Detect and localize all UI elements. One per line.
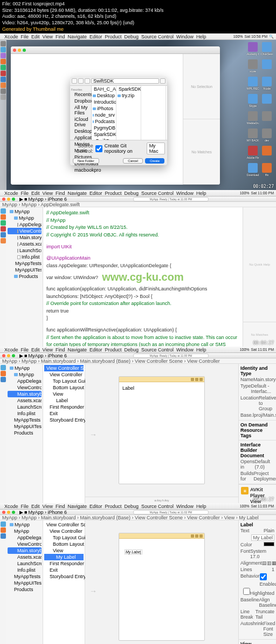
outline-item[interactable]: Bottom Layout Guide [44,384,84,391]
desktop-item[interactable]: Xcode [261,77,273,92]
zoom-icon[interactable] [12,511,15,514]
nav-file[interactable]: ViewController.swift [8,384,42,391]
desktop-item[interactable]: ffix [261,163,273,178]
nav-group[interactable]: MyApp [8,528,42,534]
minimize-icon[interactable] [7,511,10,514]
nav-group[interactable]: MyAppTests [8,260,42,267]
outline-scene[interactable]: View Controller Scene [44,521,84,528]
desktop-item[interactable]: Skype [247,94,259,109]
nav-file-selected[interactable]: ViewController.swift [8,228,42,234]
nav-file[interactable]: ViewController.swift [8,541,42,547]
outline-first-responder[interactable]: First Responder [44,404,84,410]
close-icon[interactable] [2,511,5,514]
dock-icon[interactable] [1,365,6,370]
canvas-icon[interactable] [199,378,203,381]
menu-item[interactable]: Window [176,504,194,509]
stop-button[interactable]: ■ [24,196,27,202]
sidebar-item[interactable]: Desktop [71,128,90,134]
menu-file[interactable]: File [21,191,29,196]
nav-file[interactable]: AppDelegate.swift [8,534,42,541]
menu-item[interactable]: Window [176,347,194,352]
menu-view[interactable]: View [43,191,53,196]
search-icon[interactable]: 🔍 [269,35,274,39]
dock-safari-icon[interactable] [1,47,6,52]
menu-help[interactable]: Help [196,191,206,196]
outline-vc[interactable]: View Controller [44,528,84,534]
menu-item[interactable]: View [43,347,53,352]
menu-window[interactable]: Window [176,191,194,196]
nav-file[interactable]: AppDelegate.swift [8,378,42,384]
dock-icon[interactable] [1,214,6,220]
menu-item[interactable]: View [43,504,53,509]
ib-canvas[interactable]: → Label [85,364,238,497]
dock-finder-icon[interactable] [1,41,6,46]
menu-item[interactable]: Edit [31,504,40,509]
label-editing[interactable]: My Labe| [125,550,142,554]
menu-item[interactable]: Editor [89,504,102,509]
menu-find[interactable]: Find [56,191,65,196]
cancel-button[interactable]: Cancel [123,158,143,164]
opens-popup[interactable]: Default (7.0) [255,459,274,470]
canvas-icon[interactable] [195,378,198,381]
autoshrink-popup[interactable]: Fixed Font Size [264,621,275,637]
outline-scene[interactable]: View Controller Scene [44,365,84,371]
menu-sourcecontrol[interactable]: Source Control [141,191,174,196]
menu-item[interactable]: Source Control [141,347,174,352]
sidebar-item[interactable]: All My Files [71,104,90,116]
git-location-popup[interactable]: My Mac [147,143,165,154]
menu-item[interactable]: Navigate [67,347,87,352]
menu-file[interactable]: File [21,34,29,39]
highlighted-checkbox[interactable] [243,588,250,595]
menu-item[interactable]: Edit [31,347,40,352]
nav-group[interactable]: MyAppTests [8,573,42,580]
file-row[interactable]: BAH_C_ALL [92,86,116,92]
menu-product[interactable]: Product [105,34,121,39]
menu-app[interactable]: Xcode [4,347,18,352]
menu-item[interactable]: Debug [125,347,139,352]
dock-icon[interactable] [1,377,6,382]
git-checkbox[interactable] [95,145,102,152]
menu-help[interactable]: Help [196,34,206,39]
view-controller-canvas[interactable]: Label [119,376,205,484]
dock-icon[interactable] [1,533,6,539]
desktop-item[interactable]: WebiteDropbox lock_0.1_c.tar.gz [247,111,259,126]
menu-view[interactable]: View [43,34,53,39]
nav-file[interactable]: Main.storyboard [8,234,42,241]
desktop-item[interactable] [261,59,273,74]
menu-editor[interactable]: Editor [89,191,102,196]
outline-item[interactable]: Top Layout Guide [44,534,84,541]
file-row[interactable]: try.zip [116,92,141,99]
nav-group[interactable]: Products [8,586,42,593]
sidebar-item[interactable]: Recents [71,91,90,98]
outline-exit[interactable]: Exit [44,567,84,573]
canvas-icon[interactable] [191,378,194,381]
dock-icon[interactable] [1,371,6,376]
desktop-item[interactable] [261,146,273,161]
menu-navigate[interactable]: Navigate [67,34,87,39]
nav-group[interactable]: MyAppTests [8,417,42,423]
nav-group[interactable]: MyAppUITests [8,423,42,430]
minimize-icon[interactable] [7,198,10,201]
dock-icon[interactable] [1,65,6,70]
canvas-icon[interactable] [191,534,194,538]
text-field[interactable]: My Label [251,534,274,541]
alignment-segmented[interactable]: ▤▥▦▧ [262,560,276,566]
desktop-item[interactable]: Downloads [247,163,259,178]
menu-item[interactable]: File [21,504,29,509]
nav-file[interactable]: LaunchScreen.storyboard [8,560,42,567]
jump-bar[interactable]: MyApp › MyApp › AppDelegate.swift [0,202,276,207]
ib-canvas[interactable]: → My Labe| [85,520,238,644]
close-icon[interactable] [13,49,16,52]
run-button[interactable]: ▶ [19,510,23,515]
nav-file[interactable]: Assets.xcassets [8,554,42,560]
dock-itunes-icon[interactable] [1,53,6,58]
zoom-icon[interactable] [12,354,15,357]
run-button[interactable]: ▶ [19,196,23,202]
outline-item[interactable]: Top Layout Guide [44,378,84,384]
file-row[interactable]: PygmyDB [92,125,116,131]
file-row[interactable]: SparkSDK [92,131,116,138]
dock-xcode-icon[interactable] [1,77,6,82]
menu-item[interactable]: Help [196,347,206,352]
nav-group[interactable]: MyAppUITests [8,580,42,586]
jump-bar[interactable]: MyApp › MyApp › Main.storyboard › Main.s… [0,358,276,364]
